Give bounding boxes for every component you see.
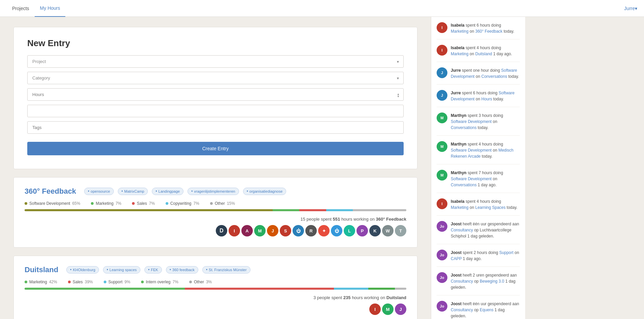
feed-link-softwaredev-6[interactable]: Software Development: [451, 177, 492, 181]
avatar-10[interactable]: L: [344, 225, 355, 236]
category-select-wrapper: Category: [27, 72, 404, 84]
people-count-duitsland: 3 people spent: [313, 295, 342, 300]
project-card-duitsland: Duitsland KHOldenburg Learning spaces FE…: [13, 256, 417, 319]
avatar-5[interactable]: S: [280, 225, 291, 236]
stat-label-marketing: Marketing: [96, 201, 113, 206]
stat-dot-d-intern: [141, 281, 144, 283]
feed-link-feedback-0[interactable]: 360° Feedback: [475, 29, 503, 34]
nav-tab-my-hours[interactable]: My Hours: [35, 0, 66, 17]
avatar-3[interactable]: M: [254, 225, 266, 236]
stat-dot-d-support: [104, 281, 106, 283]
tag-kholdenburg[interactable]: KHOldenburg: [66, 266, 99, 274]
feed-link-learning-7[interactable]: Learning Spaces: [475, 205, 506, 210]
tag-vragenlijst[interactable]: vragenlijstimplementeren: [188, 188, 239, 195]
tags-field-group: [27, 121, 404, 134]
feed-user-4: Marthyn: [451, 113, 467, 118]
avatar-6[interactable]: ⏻: [293, 225, 304, 236]
progress-segment-d-other: [395, 288, 406, 290]
feed-link-marketing-1[interactable]: Marketing: [451, 52, 469, 56]
feed-link-consultancy-11[interactable]: Consultancy: [451, 308, 473, 312]
nav-tab-projects[interactable]: Projects: [7, 0, 35, 17]
feed-avatar-2: J: [437, 67, 447, 78]
project-ref-duitsland: Duitsland: [386, 295, 406, 300]
stat-value-other: 15%: [227, 201, 235, 206]
project-header-feedback: 360° Feedback opensource MatrixCamp Land…: [25, 187, 406, 196]
feed-text-11: Joost heeft één uur gespendeerd aan Cons…: [451, 301, 520, 319]
tags-input[interactable]: [27, 121, 404, 134]
feed-link-beweging-10[interactable]: Beweging 3.0: [480, 279, 504, 284]
feed-link-marketing-0[interactable]: Marketing: [451, 29, 469, 34]
feed-link-hours-3[interactable]: Hours: [481, 97, 492, 101]
tag-360-feedback[interactable]: 360 feedback: [166, 266, 198, 274]
feed-link-softwaredev-5[interactable]: Software Development: [451, 148, 492, 153]
stat-label-d-marketing: Marketing: [29, 280, 47, 284]
main-layout: New Entry Project Category: [0, 17, 644, 319]
feed-link-duitsland-1[interactable]: Duitsland: [475, 52, 492, 56]
feed-user-5: Marthyn: [451, 142, 467, 147]
stat-label-sales: Sales: [137, 201, 147, 206]
avatar-0[interactable]: D: [216, 225, 227, 236]
hours-input[interactable]: [27, 88, 404, 101]
feed-link-conversations-2[interactable]: Conversations: [481, 74, 507, 79]
avatar-d-2[interactable]: J: [395, 304, 406, 315]
stat-dot-d-marketing: [25, 281, 27, 283]
feed-item-5: M Marthyn spent 4 hours doing Software D…: [437, 141, 520, 164]
avatar-d-1[interactable]: M: [382, 304, 394, 315]
progress-segment-copywriting: [326, 209, 353, 211]
avatar-7[interactable]: R: [305, 225, 317, 236]
tag-learning-spaces[interactable]: Learning spaces: [103, 266, 140, 274]
feed-user-7: Isabela: [451, 199, 465, 204]
tag-franziskus[interactable]: St. Franziskus Münster: [202, 266, 250, 274]
tag-opensource[interactable]: opensource: [84, 188, 114, 195]
feed-link-equens-11[interactable]: Equens: [480, 308, 494, 312]
avatar-8[interactable]: ✦: [318, 225, 330, 236]
project-card-feedback: 360° Feedback opensource MatrixCamp Land…: [13, 177, 417, 248]
feed-item-9: Jo Joost spent 2 hours doing Support on …: [437, 250, 520, 267]
avatar-14[interactable]: T: [395, 225, 406, 236]
avatar-13[interactable]: W: [382, 225, 394, 236]
date-field-group: 07/08/2014: [27, 105, 404, 117]
stats-row-feedback: Software Development 65% Marketing 7% Sa…: [25, 201, 406, 206]
new-entry-card: New Entry Project Category: [13, 27, 417, 169]
right-sidebar: I Isabela spent 6 hours doing Marketing …: [431, 17, 525, 319]
feed-item-10: Jo Joost heeft 2 uren gespendeerd aan Co…: [437, 272, 520, 295]
avatar-2[interactable]: A: [241, 225, 253, 236]
project-select[interactable]: Project: [27, 55, 404, 68]
feed-link-capp-9[interactable]: CAPP: [451, 256, 462, 261]
tag-fek[interactable]: FEK: [144, 266, 162, 274]
category-select[interactable]: Category: [27, 72, 404, 84]
tag-organisatie[interactable]: organisatiediagnose: [243, 188, 286, 195]
avatars-row-feedback: D I A M J S ⏻ R ✦ ⏻ L P K W T: [25, 225, 406, 236]
avatar-1[interactable]: I: [229, 225, 240, 236]
hours-count-feedback: 551: [333, 217, 340, 222]
feed-link-conversations-4[interactable]: Conversations: [451, 125, 477, 130]
feed-item-4: M Marthyn spent 3 hours doing Software D…: [437, 113, 520, 136]
feed-link-conversations-6[interactable]: Conversations: [451, 183, 477, 187]
feed-text-7: Isabela spent 4 hours doing Marketing on…: [451, 198, 520, 211]
avatar-9[interactable]: ⏻: [331, 225, 342, 236]
project-title-feedback[interactable]: 360° Feedback: [25, 187, 76, 196]
avatar-d-0[interactable]: I: [369, 304, 381, 315]
feed-avatar-7: I: [437, 198, 447, 209]
avatar-4[interactable]: J: [267, 225, 278, 236]
create-entry-button[interactable]: Create Entry: [27, 142, 404, 155]
feed-item-3: J Jurre spent 6 hours doing Software Dev…: [437, 90, 520, 107]
feed-text-6: Marthyn spent 7 hours doing Software Dev…: [451, 170, 520, 188]
stat-value-d-support: 9%: [125, 280, 130, 284]
project-title-duitsland[interactable]: Duitsland: [25, 265, 58, 274]
date-input[interactable]: 07/08/2014: [27, 105, 404, 117]
feed-link-softwaredev-4[interactable]: Software Development: [451, 119, 492, 124]
nav-user[interactable]: Jurre▾: [624, 6, 637, 11]
hours-spinner[interactable]: ▲ ▼: [396, 92, 400, 97]
feed-link-consultancy-8[interactable]: Consultancy: [451, 228, 473, 232]
stat-copywriting: Copywriting 7%: [166, 201, 199, 206]
tag-landingpage[interactable]: Landingpage: [152, 188, 183, 195]
feed-link-marketing-7[interactable]: Marketing: [451, 205, 469, 210]
stat-label-copywriting: Copywriting: [170, 201, 192, 206]
feed-link-consultancy-10[interactable]: Consultancy: [451, 279, 473, 284]
avatars-row-duitsland: I M J: [25, 304, 406, 315]
avatar-11[interactable]: P: [357, 225, 368, 236]
avatar-12[interactable]: K: [369, 225, 381, 236]
feed-link-support-9[interactable]: Support: [499, 250, 513, 255]
tag-matrixcamp[interactable]: MatrixCamp: [118, 188, 148, 195]
